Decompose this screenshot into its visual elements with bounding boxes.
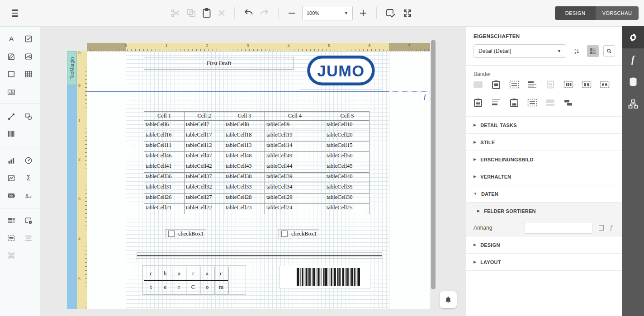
table-cell[interactable]: tableCell35 bbox=[325, 183, 369, 193]
table-cell[interactable]: tableCell41 bbox=[144, 162, 185, 173]
vorschau-tab[interactable]: VORSCHAU bbox=[596, 6, 639, 20]
page-info-tool-button[interactable]: i bbox=[22, 215, 35, 226]
table-cell[interactable]: r bbox=[186, 267, 200, 281]
table-cell[interactable]: tableCell29 bbox=[265, 193, 325, 204]
table-cell[interactable]: tableCell23 bbox=[224, 204, 265, 214]
table-header-cell[interactable]: Cell 5 bbox=[325, 112, 369, 121]
band-button-child[interactable] bbox=[563, 98, 574, 108]
band-fx-button[interactable]: f bbox=[420, 92, 430, 101]
table-cell[interactable]: tableCell30 bbox=[325, 193, 369, 204]
band-button-footer[interactable] bbox=[491, 98, 502, 108]
table-cell[interactable]: tableCell10 bbox=[325, 121, 369, 131]
band-button-report-summary[interactable] bbox=[509, 98, 520, 108]
section-detail-tasks[interactable]: ▶ DETAIL TASKS bbox=[466, 116, 622, 133]
table-cell[interactable]: tableCell7 bbox=[185, 121, 224, 131]
table-cell[interactable]: tableCell9 bbox=[265, 121, 325, 131]
table-cell[interactable]: tableCell16 bbox=[144, 131, 185, 141]
line-element[interactable] bbox=[137, 252, 382, 261]
checkbox-square-icon[interactable] bbox=[168, 231, 175, 237]
table-cell[interactable]: m bbox=[214, 281, 228, 294]
band-button-column-footer[interactable] bbox=[599, 80, 610, 90]
band-button-header[interactable] bbox=[527, 80, 538, 90]
checkbox-square-icon[interactable] bbox=[281, 231, 288, 237]
signature-tool-button[interactable] bbox=[22, 190, 35, 202]
table-cell[interactable]: a bbox=[200, 267, 214, 281]
pdf-tool-button[interactable]: PDF bbox=[5, 190, 18, 202]
text-tool-button[interactable]: A bbox=[5, 33, 18, 45]
selected-element-dropdown[interactable]: Detail (Detail) ▼ bbox=[474, 44, 566, 58]
table-cell[interactable]: tableCell22 bbox=[185, 204, 224, 214]
table-cell[interactable]: tableCell21 bbox=[144, 204, 185, 214]
band-button-column[interactable] bbox=[581, 80, 592, 90]
table-cell[interactable]: o bbox=[200, 281, 214, 294]
band-resize-tool-button[interactable] bbox=[22, 232, 35, 244]
table-cell[interactable]: tableCell40 bbox=[325, 173, 369, 183]
table-cell[interactable]: tableCell11 bbox=[144, 141, 185, 152]
table-cell[interactable]: tableCell33 bbox=[224, 183, 265, 193]
table-header-cell[interactable]: Cell 3 bbox=[224, 112, 265, 121]
table-cell[interactable]: tableCell47 bbox=[185, 152, 224, 162]
structure-rail-button[interactable] bbox=[622, 93, 644, 115]
table-cell[interactable]: r bbox=[172, 281, 186, 294]
validate-report-button[interactable] bbox=[385, 8, 397, 19]
top-margin-band-strip[interactable]: TopMargin bbox=[67, 51, 77, 85]
anhang-input[interactable] bbox=[525, 222, 592, 234]
report-title-text-element[interactable]: First Draft bbox=[144, 57, 294, 70]
search-properties-button[interactable] bbox=[603, 45, 615, 57]
notifications-button[interactable] bbox=[440, 291, 457, 308]
shape-tool-button[interactable] bbox=[22, 111, 35, 123]
table-cell[interactable]: tableCell12 bbox=[185, 141, 224, 152]
redo-button[interactable] bbox=[259, 8, 270, 18]
character-comb-element[interactable]: characterCom bbox=[144, 267, 228, 294]
copy-button[interactable] bbox=[186, 8, 196, 18]
table-cell[interactable]: tableCell13 bbox=[224, 141, 265, 152]
functions-rail-button[interactable]: f bbox=[622, 48, 644, 71]
gauge-tool-button[interactable] bbox=[22, 155, 35, 166]
detail-band-strip[interactable] bbox=[67, 85, 77, 309]
table-cell[interactable]: a bbox=[172, 267, 186, 281]
table-cell[interactable]: tableCell42 bbox=[185, 162, 224, 173]
undo-button[interactable] bbox=[243, 8, 254, 18]
table-cell[interactable]: tableCell48 bbox=[224, 152, 265, 162]
barcode-element[interactable] bbox=[279, 266, 370, 288]
design-tab[interactable]: DESIGN bbox=[555, 6, 596, 20]
table-header-cell[interactable]: Cell 2 bbox=[185, 112, 224, 121]
table-cell[interactable]: t bbox=[144, 281, 158, 294]
table-header-cell[interactable]: Cell 4 bbox=[265, 112, 325, 121]
table-cell[interactable]: tableCell37 bbox=[185, 173, 224, 183]
table-cell[interactable]: tableCell15 bbox=[325, 141, 369, 152]
checkbox-element-2[interactable]: checkBox1 bbox=[278, 229, 319, 238]
table-cell[interactable]: tableCell36 bbox=[144, 173, 185, 183]
section-design[interactable]: ▶ DESIGN bbox=[466, 236, 622, 253]
chart-tool-button[interactable] bbox=[5, 155, 18, 166]
band-separator-line[interactable] bbox=[87, 91, 389, 92]
zoom-in-button[interactable] bbox=[358, 8, 368, 18]
section-verhalten[interactable]: ▶ VERHALTEN bbox=[466, 168, 622, 185]
table-cell[interactable]: tableCell17 bbox=[185, 131, 224, 141]
band-button-column-header[interactable] bbox=[563, 80, 574, 90]
table-cell[interactable]: tableCell44 bbox=[265, 162, 325, 173]
sort-alphabetical-button[interactable]: A Z bbox=[571, 45, 582, 57]
table-cell[interactable]: tableCell32 bbox=[185, 183, 224, 193]
table-cell[interactable]: tableCell43 bbox=[224, 162, 265, 173]
report-table-element[interactable]: Cell 1Cell 2Cell 3Cell 4Cell 5tableCell6… bbox=[144, 111, 369, 214]
table-cell[interactable]: tableCell25 bbox=[325, 204, 369, 214]
table-cell[interactable]: h bbox=[158, 267, 172, 281]
table-cell[interactable]: tableCell50 bbox=[325, 152, 369, 162]
zoom-level-select[interactable]: 100% ▼ bbox=[302, 6, 353, 20]
section-daten[interactable]: ▼ DATEN bbox=[466, 185, 622, 202]
anhang-checkbox-icon[interactable] bbox=[599, 225, 604, 231]
menu-button[interactable] bbox=[9, 8, 21, 19]
zoom-out-button[interactable] bbox=[287, 8, 297, 18]
table-cell[interactable]: tableCell49 bbox=[265, 152, 325, 162]
rectangle-tool-button[interactable] bbox=[5, 68, 18, 80]
sparkline-tool-button[interactable] bbox=[5, 172, 18, 184]
table-cell[interactable]: tableCell14 bbox=[265, 141, 325, 152]
table-cell[interactable]: tableCell34 bbox=[265, 183, 325, 193]
section-felder-sortieren[interactable]: ▶ FELDER SORTIEREN bbox=[466, 202, 622, 219]
table-cell[interactable]: tableCell24 bbox=[265, 204, 325, 214]
table-cell[interactable]: tableCell38 bbox=[224, 173, 265, 183]
checkbox-element-1[interactable]: checkBox1 bbox=[165, 229, 206, 238]
band-button-page-header[interactable] bbox=[491, 80, 502, 90]
band-button-empty[interactable] bbox=[545, 98, 556, 108]
